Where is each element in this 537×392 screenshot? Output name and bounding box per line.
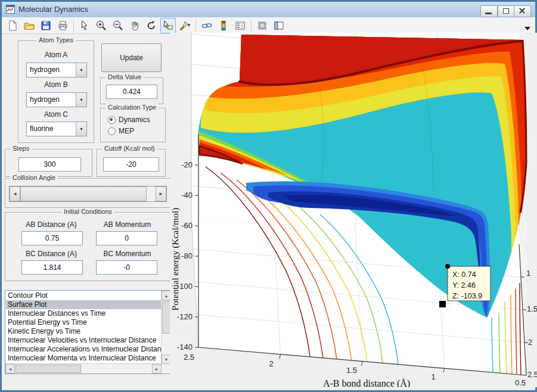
zoom-in-icon[interactable] bbox=[94, 18, 109, 33]
cutoff-title: Cutoff (Kcal/ mol) bbox=[102, 145, 157, 152]
atom-c-value: fluorine bbox=[30, 125, 53, 133]
ab-distance-input[interactable] bbox=[21, 231, 83, 245]
atom-types-panel: Atom Types Atom A hydrogen ▼ Atom B hydr… bbox=[18, 41, 94, 143]
bc-momentum-label: BC Momentum bbox=[90, 250, 164, 258]
x-tick: 2.5 bbox=[184, 353, 194, 362]
pan-icon[interactable] bbox=[127, 18, 142, 33]
cutoff-input[interactable] bbox=[103, 157, 159, 172]
link-plots-icon[interactable] bbox=[199, 18, 215, 33]
slider-left-arrow-icon[interactable]: ◄ bbox=[10, 186, 20, 201]
slider-right-arrow-icon[interactable]: ► bbox=[156, 186, 166, 201]
atom-a-dropdown[interactable]: hydrogen ▼ bbox=[26, 63, 87, 77]
list-item-selected[interactable]: Surface Plot bbox=[6, 300, 161, 309]
z-tick: -60 bbox=[181, 221, 193, 230]
brush-dropdown-icon[interactable]: ▼ bbox=[187, 23, 191, 28]
collision-angle-panel: Collision Angle ◄ ► bbox=[5, 178, 171, 208]
x-tick: 2 bbox=[269, 359, 273, 368]
dynamics-radio[interactable]: Dynamics bbox=[108, 116, 150, 124]
horizontal-scroll-thumb[interactable] bbox=[15, 365, 81, 373]
bc-distance-input[interactable] bbox=[21, 260, 83, 275]
bc-momentum-input[interactable] bbox=[96, 260, 157, 275]
scroll-left-icon[interactable]: ◄ bbox=[5, 364, 15, 374]
list-item[interactable]: Contour Plot bbox=[6, 291, 161, 300]
open-file-icon[interactable] bbox=[21, 18, 37, 33]
initial-conditions-panel: Initial Conditions AB Distance (A) AB Mo… bbox=[5, 212, 171, 281]
z-tick: -80 bbox=[181, 251, 193, 260]
app-icon bbox=[6, 5, 15, 14]
list-item[interactable]: Internuclear Accelerations vs Internucle… bbox=[6, 345, 161, 354]
cutoff-panel: Cutoff (Kcal/ mol) bbox=[97, 149, 166, 177]
toolbar-separator bbox=[73, 20, 74, 32]
atom-c-dropdown[interactable]: fluorine ▼ bbox=[26, 122, 87, 136]
z-axis-label: Potential energy (Kcal/mol) bbox=[170, 208, 181, 311]
horizontal-scrollbar[interactable]: ◄ ► bbox=[5, 363, 162, 374]
rotate-3d-icon[interactable] bbox=[144, 18, 159, 33]
datatip-x: X: 0.74 bbox=[452, 270, 476, 279]
list-item[interactable]: Kinetic Energy vs Time bbox=[6, 327, 161, 336]
close-button[interactable] bbox=[514, 5, 531, 17]
brush-icon[interactable]: ▼ bbox=[177, 18, 193, 33]
list-item[interactable]: Internuclear Momenta vs Internuclear Dis… bbox=[6, 354, 161, 363]
datatip-anchor-icon bbox=[445, 264, 450, 269]
mep-radio[interactable]: MEP bbox=[108, 127, 134, 135]
delta-value-title: Delta Value bbox=[105, 73, 144, 80]
z-tick: -20 bbox=[181, 160, 193, 169]
calculation-type-title: Calculation Type bbox=[105, 104, 159, 111]
insert-legend-icon[interactable] bbox=[232, 18, 248, 33]
show-plot-tools-icon[interactable] bbox=[271, 18, 287, 33]
window-title: Molecular Dynamics bbox=[18, 5, 88, 14]
figure-toolbar: ▼ bbox=[2, 17, 535, 34]
datatip-marker[interactable] bbox=[439, 301, 446, 307]
steps-input[interactable] bbox=[18, 157, 81, 172]
plot-type-listbox[interactable]: Contour Plot Surface Plot Internuclear D… bbox=[5, 290, 172, 374]
atom-types-title: Atom Types bbox=[36, 36, 76, 43]
atom-a-value: hydrogen bbox=[30, 66, 60, 74]
ab-distance-label: AB Distance (A) bbox=[13, 220, 90, 229]
title-bar[interactable]: Molecular Dynamics bbox=[2, 2, 535, 18]
chevron-down-icon[interactable]: ▼ bbox=[76, 122, 86, 136]
insert-colorbar-icon[interactable] bbox=[216, 18, 231, 33]
z-tick: -140 bbox=[177, 343, 193, 351]
axes-area[interactable]: -20 -40 -60 -80 -100 -120 -140 2.5 2 1.5… bbox=[170, 33, 537, 387]
atom-c-label: Atom C bbox=[18, 110, 94, 119]
slider-thumb[interactable] bbox=[20, 186, 147, 201]
atom-b-dropdown[interactable]: hydrogen ▼ bbox=[26, 92, 87, 107]
list-item[interactable]: Internuclear Distances vs Time bbox=[6, 309, 161, 318]
atom-a-label: Atom A bbox=[18, 51, 94, 59]
chevron-down-icon[interactable]: ▼ bbox=[76, 93, 86, 107]
ab-momentum-input[interactable] bbox=[96, 231, 157, 245]
atom-b-value: hydrogen bbox=[30, 95, 60, 104]
delta-value-input[interactable] bbox=[106, 85, 157, 99]
surface-plot[interactable]: -20 -40 -60 -80 -100 -120 -140 2.5 2 1.5… bbox=[170, 33, 537, 387]
minimize-icon bbox=[485, 13, 492, 14]
collision-angle-slider[interactable]: ◄ ► bbox=[9, 186, 167, 202]
hide-plot-tools-icon[interactable] bbox=[254, 18, 270, 33]
app-window: Molecular Dynamics bbox=[0, 0, 537, 392]
data-cursor-icon[interactable] bbox=[160, 18, 176, 33]
list-item[interactable]: Potential Energy vs Time bbox=[6, 318, 161, 327]
x-tick: 1.5 bbox=[346, 366, 357, 375]
restore-button[interactable] bbox=[498, 5, 515, 17]
y-tick: 2.5 bbox=[527, 370, 537, 379]
print-icon[interactable] bbox=[55, 18, 70, 33]
toolbar-overflow-icon[interactable] bbox=[524, 27, 530, 30]
edit-plot-icon[interactable] bbox=[77, 18, 92, 33]
y-tick: 2 bbox=[528, 338, 532, 347]
calculation-type-panel: Calculation Type Dynamics MEP bbox=[100, 108, 166, 142]
list-item[interactable]: Internuclear Velocities vs Internuclear … bbox=[6, 336, 161, 345]
chevron-down-icon[interactable]: ▼ bbox=[76, 63, 86, 77]
z-tick: -40 bbox=[181, 191, 193, 200]
ab-momentum-label: AB Momentum bbox=[90, 220, 164, 229]
delta-value-panel: Delta Value bbox=[100, 77, 163, 104]
update-button[interactable]: Update bbox=[101, 43, 162, 72]
minimize-button[interactable] bbox=[480, 5, 498, 17]
zoom-out-icon[interactable] bbox=[110, 18, 126, 33]
toolbar-separator bbox=[195, 20, 196, 32]
save-icon[interactable] bbox=[38, 18, 54, 33]
vertical-scroll-thumb[interactable] bbox=[162, 301, 170, 334]
steps-panel: Steps bbox=[5, 149, 92, 177]
bc-distance-label: BC Distance (A) bbox=[13, 250, 90, 258]
y-tick: 1.5 bbox=[527, 304, 537, 313]
scroll-right-icon[interactable]: ► bbox=[152, 364, 162, 374]
new-file-icon[interactable] bbox=[5, 18, 20, 33]
